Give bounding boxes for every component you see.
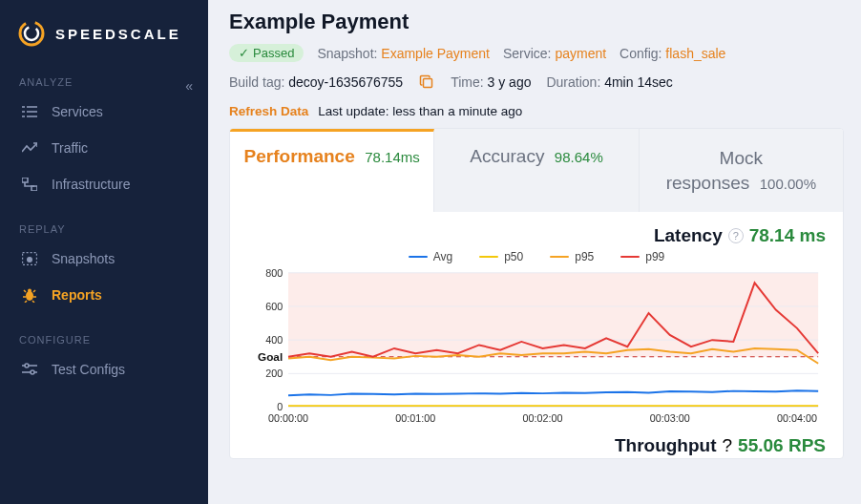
svg-point-0: [20, 22, 43, 45]
build-tag-field: Build tag: decoy-1635676755: [229, 74, 403, 90]
latency-header: Latency ? 78.14 ms: [247, 225, 826, 246]
svg-text:00:03:00: 00:03:00: [650, 412, 690, 424]
svg-point-17: [31, 370, 34, 374]
snapshot-link[interactable]: Example Payment: [381, 46, 490, 61]
tab-performance[interactable]: Performance 78.14ms: [230, 129, 434, 212]
infrastructure-icon: [21, 176, 38, 193]
sidebar-item-snapshots[interactable]: Snapshots: [0, 241, 208, 277]
sidebar-item-infrastructure[interactable]: Infrastructure: [0, 166, 208, 202]
sidebar-item-label: Test Configs: [52, 362, 125, 377]
sidebar-item-label: Traffic: [52, 140, 88, 156]
throughput-header: Throughput ? 55.06 RPS: [230, 435, 843, 458]
svg-point-11: [27, 257, 32, 262]
help-icon[interactable]: ?: [728, 228, 744, 243]
section-replay: REPLAY: [0, 202, 208, 241]
latency-chart: 0200400600800Goal00:00:0000:01:0000:02:0…: [247, 265, 826, 428]
svg-text:200: 200: [265, 368, 283, 380]
copy-icon[interactable]: [418, 74, 435, 91]
trend-icon: [21, 139, 38, 157]
svg-point-15: [25, 364, 29, 368]
sidebar: SPEEDSCALE « ANALYZE Services Traffic In…: [0, 0, 208, 504]
sidebar-item-reports[interactable]: Reports: [0, 277, 208, 313]
svg-text:00:00:00: 00:00:00: [268, 412, 308, 424]
section-configure: CONFIGURE: [0, 313, 208, 351]
svg-text:00:01:00: 00:01:00: [395, 412, 435, 424]
svg-rect-19: [288, 273, 818, 357]
report-tabs: Performance 78.14ms Accuracy 98.64% Mock…: [230, 129, 843, 212]
bug-icon: [21, 286, 38, 304]
brand-name: SPEEDSCALE: [55, 26, 181, 42]
brand-logo: SPEEDSCALE: [0, 15, 208, 55]
config-link[interactable]: flash_sale: [665, 46, 725, 61]
main-content: Example Payment ✓ Passed Snapshot: Examp…: [208, 0, 861, 504]
svg-point-1: [25, 27, 38, 40]
service-field: Service: payment: [503, 46, 606, 61]
meta-row-1: ✓ Passed Snapshot: Example Payment Servi…: [229, 44, 844, 62]
svg-text:0: 0: [277, 402, 283, 413]
service-link[interactable]: payment: [555, 46, 606, 61]
latency-legend: Avg p50 p95 p99: [247, 250, 826, 263]
svg-text:800: 800: [265, 267, 283, 279]
refresh-data-link[interactable]: Refresh Data: [229, 104, 308, 118]
refresh-row: Refresh Data Last update: less than a mi…: [229, 104, 844, 118]
sidebar-item-label: Services: [52, 104, 103, 119]
sliders-icon: [21, 361, 38, 378]
svg-text:00:04:00: 00:04:00: [777, 412, 817, 424]
status-badge: ✓ Passed: [229, 44, 304, 62]
tab-accuracy[interactable]: Accuracy 98.64%: [434, 129, 639, 212]
legend-avg: Avg: [409, 250, 452, 263]
svg-point-13: [28, 289, 32, 293]
report-card: Performance 78.14ms Accuracy 98.64% Mock…: [229, 128, 844, 459]
svg-text:00:02:00: 00:02:00: [523, 412, 563, 424]
sidebar-item-services[interactable]: Services: [0, 94, 208, 130]
svg-text:400: 400: [265, 334, 283, 346]
sidebar-item-label: Infrastructure: [52, 177, 130, 192]
svg-rect-8: [22, 178, 28, 182]
meta-row-2: Build tag: decoy-1635676755 Time: 3 y ag…: [229, 74, 844, 91]
tab-mock-responses[interactable]: Mock responses 100.00%: [640, 129, 843, 212]
latency-chart-section: Latency ? 78.14 ms Avg p50 p95 p99 02004…: [230, 212, 843, 435]
check-icon: ✓: [239, 46, 249, 60]
sidebar-item-label: Snapshots: [52, 251, 115, 266]
camera-icon: [21, 250, 38, 267]
sidebar-collapse-icon[interactable]: «: [185, 78, 193, 94]
help-icon[interactable]: ?: [723, 435, 733, 456]
list-icon: [21, 103, 38, 120]
page-title: Example Payment: [229, 10, 844, 34]
legend-p95: p95: [550, 250, 594, 263]
section-analyze: ANALYZE: [0, 55, 208, 94]
config-field: Config: flash_sale: [620, 46, 725, 61]
legend-p50: p50: [479, 250, 523, 263]
sidebar-item-label: Reports: [52, 287, 102, 303]
svg-text:600: 600: [265, 301, 283, 312]
sidebar-item-traffic[interactable]: Traffic: [0, 130, 208, 166]
refresh-status: Last update: less than a minute ago: [318, 104, 522, 118]
legend-p99: p99: [620, 250, 664, 263]
snapshot-field: Snapshot: Example Payment: [317, 46, 490, 61]
status-text: Passed: [253, 46, 294, 60]
speedscale-logo-icon: [17, 19, 46, 48]
sidebar-item-test-configs[interactable]: Test Configs: [0, 351, 208, 388]
svg-text:Goal: Goal: [258, 350, 283, 363]
time-field: Time: 3 y ago: [451, 74, 531, 90]
duration-field: Duration: 4min 14sec: [546, 74, 672, 90]
svg-rect-18: [424, 79, 432, 88]
